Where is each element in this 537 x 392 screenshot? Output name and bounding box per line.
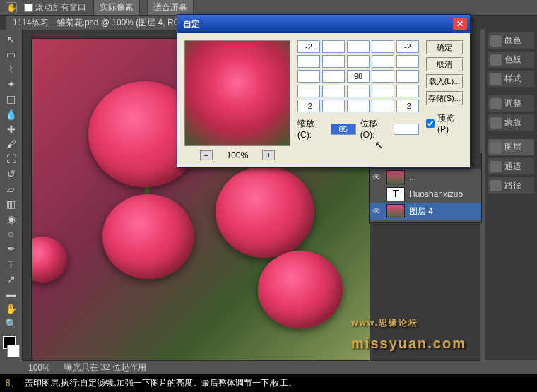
brush-tool[interactable]: 🖌 [3,137,20,150]
matrix-cell[interactable] [372,100,394,112]
matrix-cell[interactable] [347,85,370,97]
dialog-titlebar[interactable]: 自定 ✕ [177,15,470,33]
custom-filter-dialog: 自定 ✕ – 100% + -2-298-2-2 缩放(C): 位移(O): 确… [177,14,471,168]
panel-layers[interactable]: 图层 [488,139,534,155]
matrix-cell[interactable]: 98 [347,70,370,83]
matrix-cell[interactable]: -2 [297,40,320,53]
filter-preview[interactable] [184,40,290,146]
tools-panel: ↖ ▭ ⌇ ✦ ◫ 💧 ✚ 🖌 ⛶ ↺ ▱ ▥ ◉ ○ ✒ T ↗ ▬ ✋ 🔍 [0,30,23,360]
right-panel-dock: 颜色 色板 样式 调整 蒙版 图层 通道 路径 [485,30,537,360]
matrix-cell[interactable]: -2 [297,100,320,112]
dodge-tool[interactable]: ○ [3,227,20,241]
matrix-cell[interactable] [396,85,419,97]
ok-button[interactable]: 确定 [426,40,463,54]
close-icon[interactable]: ✕ [453,18,467,30]
matrix-cell[interactable]: -2 [396,100,419,112]
flower-graphic [102,194,194,279]
gradient-tool[interactable]: ▥ [3,197,20,210]
matrix-cell[interactable] [396,55,419,68]
panel-paths[interactable]: 路径 [488,177,534,194]
scroll-all-checkbox[interactable] [24,4,33,12]
tab-label: 1114练习—雏菊花.psd @ 100% (图层 4, RGB/8) [13,18,196,28]
document-tab[interactable]: 1114练习—雏菊花.psd @ 100% (图层 4, RGB/8) [6,16,203,30]
visibility-icon[interactable] [372,189,382,199]
move-tool[interactable]: ↖ [3,32,20,46]
eraser-tool[interactable]: ▱ [3,182,20,196]
pen-tool[interactable]: ✒ [3,242,20,256]
step-number: 8、 [6,377,19,389]
matrix-cell[interactable] [347,100,370,112]
hand-tool[interactable]: ✋ [3,302,20,316]
scale-label: 缩放(C): [297,118,326,140]
preview-label: 预览(P) [437,112,463,134]
layer-row-selected[interactable]: 👁 图层 4 [370,203,481,220]
path-tool[interactable]: ↗ [3,272,20,285]
matrix-cell[interactable] [372,55,394,68]
matrix-cell[interactable] [347,55,370,68]
matrix-cell[interactable]: -2 [396,40,419,53]
layer-name: 图层 4 [409,206,433,218]
masks-icon [490,117,502,129]
tutorial-caption: 8、 盖印图层,执行:自定滤镜,加强一下图片的亮度。最后整体调节一下,收工。 [0,374,537,392]
panel-masks[interactable]: 蒙版 [488,114,534,131]
save-button[interactable]: 存储(S)... [426,91,463,105]
matrix-cell[interactable] [347,40,370,53]
matrix-cell[interactable] [322,70,345,83]
layer-row[interactable]: 👁 ... [370,169,481,186]
stamp-tool[interactable]: ⛶ [3,153,20,166]
lasso-tool[interactable]: ⌇ [3,62,20,76]
visibility-icon[interactable]: 👁 [372,206,382,216]
zoom-tool[interactable]: 🔍 [3,317,20,331]
actual-pixels-button[interactable]: 实际像素 [93,0,140,16]
dialog-buttons: 确定 取消 载入(L)... 存储(S)... 预览(P) [426,40,463,160]
matrix-cell[interactable] [297,55,320,68]
matrix-grid: -2-298-2-2 缩放(C): 位移(O): [297,40,419,160]
matrix-cell[interactable] [297,85,320,97]
scale-input[interactable] [331,124,356,135]
marquee-tool[interactable]: ▭ [3,47,20,61]
visibility-icon[interactable]: 👁 [372,172,382,182]
shape-tool[interactable]: ▬ [3,287,20,300]
matrix-cell[interactable] [322,40,345,53]
heal-tool[interactable]: ✚ [3,122,20,136]
background-swatch[interactable] [7,345,20,357]
eyedropper-tool[interactable]: 💧 [3,107,20,121]
preview-checkbox[interactable] [426,119,435,128]
zoom-display[interactable]: 100% [28,363,50,373]
cancel-button[interactable]: 取消 [426,57,463,71]
matrix-cell[interactable] [372,85,394,97]
matrix-cell[interactable] [322,100,345,112]
matrix-cell[interactable] [297,70,320,83]
load-button[interactable]: 载入(L)... [426,74,463,88]
matrix-cell[interactable] [372,70,394,83]
flower-graphic [258,251,343,328]
wand-tool[interactable]: ✦ [3,78,20,91]
blur-tool[interactable]: ◉ [3,212,20,225]
zoom-out-button[interactable]: – [200,150,213,160]
matrix-cell[interactable] [372,40,394,53]
offset-label: 位移(O): [360,118,389,140]
offset-input[interactable] [394,124,419,135]
matrix-cell[interactable] [396,70,419,83]
zoom-in-button[interactable]: + [262,150,275,160]
matrix-cell[interactable] [322,85,345,97]
dialog-title: 自定 [183,18,200,30]
fit-screen-button[interactable]: 适合屏幕 [147,0,194,16]
zoom-value: 100% [227,150,249,160]
layer-row[interactable]: T Huoshanxizuo [370,186,481,203]
type-tool[interactable]: T [3,257,20,271]
crop-tool[interactable]: ◫ [3,93,20,106]
panel-styles[interactable]: 样式 [488,71,534,87]
history-brush-tool[interactable]: ↺ [3,167,20,181]
channels-icon [490,161,502,172]
hand-tool-icon[interactable]: ✋ [6,2,17,13]
panel-color[interactable]: 颜色 [488,32,534,49]
panel-swatches[interactable]: 色板 [488,52,534,68]
adjustments-icon [490,98,502,109]
matrix-cell[interactable] [322,55,345,68]
panel-adjustments[interactable]: 调整 [488,95,534,112]
panel-channels[interactable]: 通道 [488,158,534,174]
layer-name: ... [409,172,416,182]
layer-name: Huoshanxizuo [409,189,463,199]
color-swatches[interactable] [3,336,20,357]
